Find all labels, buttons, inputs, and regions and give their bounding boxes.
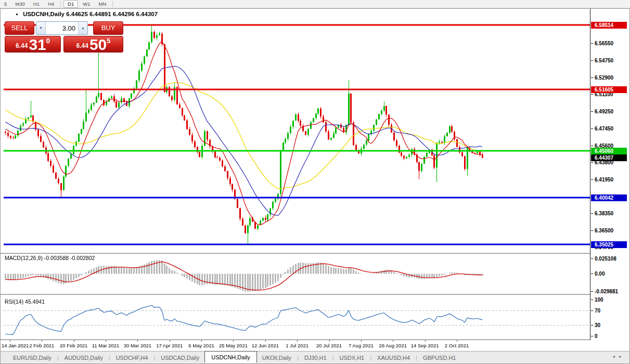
macd-axis-tick: 0.025108 xyxy=(590,255,616,262)
date-axis-label: 1 Jul 2021 xyxy=(286,343,308,348)
volume-input[interactable] xyxy=(46,22,78,34)
tab-separator: | xyxy=(370,355,371,361)
symbol-marker-icon: ▲ xyxy=(15,12,19,16)
date-tick-mark xyxy=(457,340,457,342)
price-axis-tick: 6.36500 xyxy=(590,227,613,234)
tab-scroll-right-icon[interactable]: ► xyxy=(619,355,625,358)
timeframe-button-W1[interactable]: W1 xyxy=(79,1,94,7)
tab-separator: | xyxy=(297,355,299,361)
date-tick-mark xyxy=(393,340,393,342)
price-axis-tick: 6.41950 xyxy=(590,176,613,183)
timeframe-button-D1[interactable]: D1 xyxy=(63,0,78,8)
date-axis[interactable]: 14 Jan 20212 Feb 202120 Feb 202111 Mar 2… xyxy=(1,340,629,351)
date-axis-label: 7 Aug 2021 xyxy=(349,343,374,348)
date-tick-mark xyxy=(233,340,234,342)
timeframe-button-MN[interactable]: MN xyxy=(95,1,110,7)
chart-tab-xauusd[interactable]: XAUUSD,H4 xyxy=(372,353,415,362)
chart-tab-eurusd[interactable]: EURUSD,Daily xyxy=(8,353,57,362)
tab-separator: | xyxy=(416,355,417,361)
macd-axis-tick: -0.029881 xyxy=(590,288,618,295)
date-tick-mark xyxy=(137,340,138,342)
volume-increase-button[interactable]: ▲ xyxy=(78,22,87,34)
timeframe-button-H1[interactable]: H1 xyxy=(30,1,43,7)
buy-price-prefix: 6.44 xyxy=(76,42,88,49)
price-axis-tick: 6.56550 xyxy=(590,40,613,47)
trading-terminal: 5M30H1H4D1W1MN ▲ USDCNH,Daily 6.44625 6.… xyxy=(0,0,630,364)
rsi-indicator-label: RSI(14) 45.4941 xyxy=(5,298,45,305)
date-axis-label: 2 Oct 2021 xyxy=(445,343,469,348)
sell-price-big: 31 xyxy=(29,37,46,51)
chart-tab-usdcad[interactable]: USDCAD,Daily xyxy=(156,353,204,362)
chart-tab-audusd[interactable]: AUDUSD,Daily xyxy=(59,353,108,362)
panel-separator[interactable] xyxy=(1,293,629,295)
date-axis-label: 12 Jun 2021 xyxy=(252,343,279,348)
level-price-badge: 6.40042 xyxy=(591,194,627,201)
price-axis-tick: 6.38350 xyxy=(590,210,613,217)
tab-separator: | xyxy=(332,355,334,361)
chart-window: ▲ USDCNH,Daily 6.44625 6.44891 6.44296 6… xyxy=(0,8,630,364)
price-chart-canvas[interactable] xyxy=(1,9,629,340)
rsi-axis-tick: 100 xyxy=(590,296,603,303)
price-axis-tick: 6.52900 xyxy=(590,74,613,81)
timeframe-button-5[interactable]: 5 xyxy=(1,1,10,7)
price-axis[interactable]: 6.565506.547506.529006.511006.492506.474… xyxy=(590,9,629,340)
panel-separator[interactable] xyxy=(1,252,629,254)
level-price-badge: 6.35025 xyxy=(591,241,627,248)
sell-price-panel[interactable]: 6.44 31 0 xyxy=(5,36,61,53)
level-price-badge: 6.58514 xyxy=(591,22,627,29)
date-axis-label: 25 May 2021 xyxy=(219,343,248,348)
macd-indicator-label: MACD(12,26,9) -0.003588 -0.002802 xyxy=(5,255,95,261)
level-price-badge: 6.45060 xyxy=(591,148,627,154)
date-axis-label: 17 Apr 2021 xyxy=(156,343,183,348)
date-tick-mark xyxy=(170,340,170,342)
date-tick-mark xyxy=(425,340,426,342)
timeframe-button-M30[interactable]: M30 xyxy=(11,1,28,7)
date-tick-mark xyxy=(265,340,266,342)
tab-scroll-arrows[interactable]: ◄► xyxy=(612,355,625,358)
sell-button[interactable]: SELL xyxy=(5,21,34,35)
price-axis-tick: 6.47450 xyxy=(590,125,613,132)
chart-tab-usdcnh[interactable]: USDCNH,Daily xyxy=(204,351,257,363)
sell-price-sup: 0 xyxy=(46,37,50,45)
buy-price-panel[interactable]: 6.44 50 5 xyxy=(63,36,123,53)
macd-axis-tick: 0.00 xyxy=(590,270,605,277)
price-axis-tick: 6.54750 xyxy=(590,57,613,64)
chart-tab-usdx[interactable]: USDX,H1 xyxy=(335,353,370,362)
date-axis-label: 26 Aug 2021 xyxy=(379,343,407,348)
date-axis-label: 14 Jan 2021 xyxy=(2,343,29,348)
date-tick-mark xyxy=(74,340,74,342)
volume-decrease-button[interactable]: ▼ xyxy=(36,22,46,34)
date-axis-label: 20 Jul 2021 xyxy=(316,343,342,348)
date-tick-mark xyxy=(10,340,10,342)
date-axis-label: 20 Feb 2021 xyxy=(60,343,87,348)
timeframe-button-H4[interactable]: H4 xyxy=(44,1,58,7)
date-tick-mark xyxy=(106,340,106,342)
current-price-badge: 6.44307 xyxy=(591,154,627,161)
date-axis-label: 2 Feb 2021 xyxy=(29,343,54,348)
date-axis-label: 14 Sep 2021 xyxy=(411,343,439,348)
rsi-axis-tick: 70 xyxy=(590,307,600,314)
chart-tab-ukoil[interactable]: UKOil,Daily xyxy=(257,353,297,362)
price-axis-tick: 6.49250 xyxy=(590,108,613,115)
level-price-badge: 6.51605 xyxy=(591,86,627,93)
one-click-trading-widget: SELL ▼ ▲ BUY 6.44 31 0 6.44 50 5 xyxy=(5,21,123,53)
chart-title-ohlc: 6.44625 6.44891 6.44296 6.44307 xyxy=(66,11,158,17)
sell-price-prefix: 6.44 xyxy=(16,42,28,49)
volume-stepper: ▼ ▲ xyxy=(36,21,88,35)
tab-scroll-left-icon[interactable]: ◄ xyxy=(612,355,619,358)
date-tick-mark xyxy=(201,340,202,342)
date-axis-label: 30 Mar 2021 xyxy=(124,343,151,348)
date-axis-label: 6 May 2021 xyxy=(188,343,214,348)
buy-price-sup: 5 xyxy=(107,37,110,45)
buy-price-big: 50 xyxy=(89,37,107,51)
date-tick-mark xyxy=(329,340,330,342)
chart-tab-gbpusd[interactable]: GBPUSD,H1 xyxy=(418,353,461,362)
timeframe-toolbar: 5M30H1H4D1W1MN xyxy=(0,0,630,8)
chart-tab-dj30[interactable]: DJ30,H1 xyxy=(299,353,332,362)
buy-button[interactable]: BUY xyxy=(93,21,123,35)
date-tick-mark xyxy=(361,340,362,342)
tab-separator: | xyxy=(153,355,155,361)
chart-title: ▲ USDCNH,Daily 6.44625 6.44891 6.44296 6… xyxy=(15,11,158,17)
chart-tab-usdchf[interactable]: USDCHF,H4 xyxy=(111,353,153,362)
rsi-axis-tick: 30 xyxy=(590,322,600,329)
